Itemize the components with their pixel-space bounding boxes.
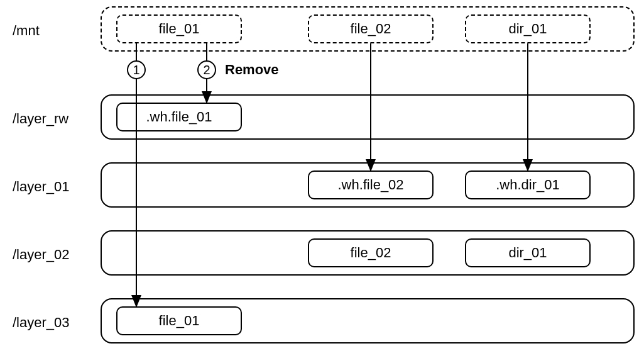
file-l01-whdir01: .wh.dir_01 [465,170,591,199]
row-label-mnt: /mnt [0,23,94,39]
row-label-l02: /layer_02 [0,247,94,263]
file-rw-whfile01: .wh.file_01 [116,103,242,131]
annotation-remove: Remove [225,62,279,78]
file-l02-dir01: dir_01 [465,238,591,267]
file-l02-file02: file_02 [308,238,434,267]
file-mnt-dir01: dir_01 [465,14,591,43]
step-2-badge: 2 [197,60,216,79]
file-mnt-file01: file_01 [116,14,242,43]
file-l01-whfile02: .wh.file_02 [308,170,434,199]
file-mnt-file02: file_02 [308,14,434,43]
row-label-l03: /layer_03 [0,315,94,331]
file-l03-file01: file_01 [116,306,242,335]
row-label-rw: /layer_rw [0,111,94,127]
row-label-l01: /layer_01 [0,179,94,195]
step-1-badge: 1 [127,60,146,79]
